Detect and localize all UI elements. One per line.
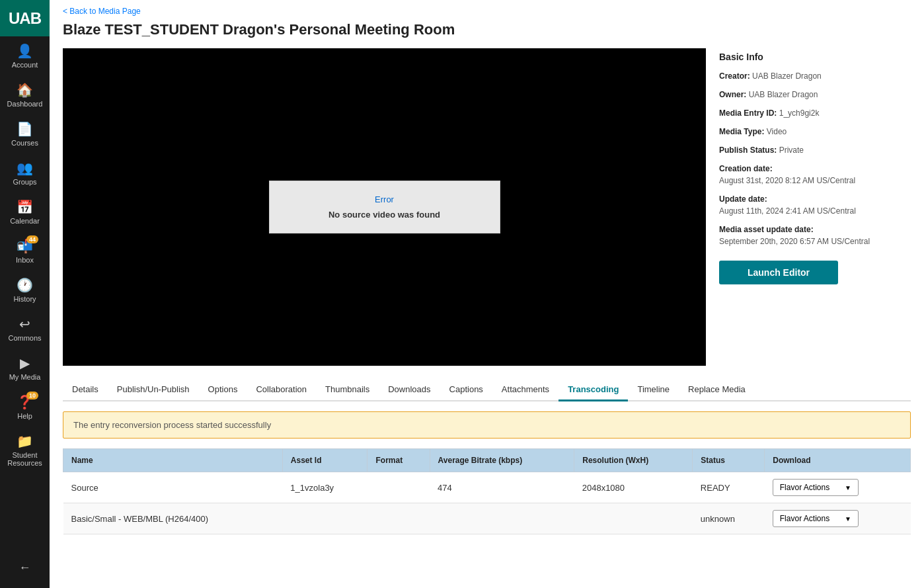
groups-icon: 👥 [17,160,33,176]
col-status: Status [693,449,765,472]
sidebar-item-label: Dashboard [7,100,43,108]
tab-publish-unpublish[interactable]: Publish/Un-Publish [108,379,199,401]
owner-value: UAB Blazer Dragon [749,90,818,99]
cell-download: Flavor Actions ▼ [765,472,911,503]
sidebar-item-history[interactable]: 🕐 History [0,271,50,310]
tab-thumbnails[interactable]: Thumbnails [316,379,379,401]
calendar-icon: 📅 [17,199,33,215]
sidebar-item-inbox[interactable]: 📬 44 Inbox [0,231,50,271]
error-message: No source video was found [296,210,473,220]
sidebar-item-calendar[interactable]: 📅 Calendar [0,192,50,231]
cell-download: Flavor Actions ▼ [765,503,911,534]
update-date-value: August 11th, 2024 2:41 AM US/Central [719,206,856,216]
owner-label: Owner: [719,90,746,99]
sidebar-item-my-media[interactable]: ▶ My Media [0,349,50,388]
flavor-actions-button[interactable]: Flavor Actions ▼ [773,479,859,496]
sidebar-item-student-resources[interactable]: 📁 Student Resources [0,427,50,474]
transcoding-table: Name Asset Id Format Average Bitrate (kb… [63,448,911,534]
tab-transcoding[interactable]: Transcoding [558,379,628,401]
success-message: The entry reconversion process started s… [63,411,911,439]
tab-options[interactable]: Options [199,379,247,401]
flavor-actions-button[interactable]: Flavor Actions ▼ [773,510,859,527]
media-asset-date-row: Media asset update date: September 20th,… [719,224,911,247]
cell-name: Source [63,472,283,503]
error-overlay: Error No source video was found [269,181,500,233]
sidebar-item-label: Commons [8,334,41,342]
owner-row: Owner: UAB Blazer Dragon [719,89,911,101]
entry-id-row: Media Entry ID: 1_ych9gi2k [719,107,911,119]
sidebar-item-label: Inbox [16,256,34,264]
flavor-actions-label: Flavor Actions [780,483,829,492]
help-icon: ❓ 10 [17,394,33,410]
creator-value: UAB Blazer Dragon [752,71,822,81]
cell-avg-bitrate [430,503,574,534]
success-message-text: The entry reconversion process started s… [73,420,271,430]
cell-status: READY [693,472,765,503]
sidebar-item-courses[interactable]: 📄 Courses [0,114,50,153]
media-asset-date-value: September 20th, 2020 6:57 AM US/Central [719,237,870,246]
col-format: Format [367,449,430,472]
cell-status: unknown [693,503,765,534]
entry-id-label: Media Entry ID: [719,108,777,118]
tab-captions[interactable]: Captions [440,379,492,401]
cell-resolution [574,503,693,534]
account-icon: 👤 [17,43,33,59]
sidebar-item-label: My Media [9,373,41,381]
sidebar: UAB 👤 Account 🏠 Dashboard 📄 Courses 👥 Gr… [0,0,50,588]
inbox-icon: 📬 44 [17,238,33,254]
sidebar-bottom: ← [0,561,50,575]
cell-format [367,503,430,534]
dropdown-arrow-icon: ▼ [845,484,851,491]
sidebar-item-groups[interactable]: 👥 Groups [0,153,50,192]
publish-status-label: Publish Status: [719,146,777,155]
logo: UAB [0,0,50,36]
media-type-value: Video [767,127,787,136]
tab-downloads[interactable]: Downloads [379,379,440,401]
creator-row: Creator: UAB Blazer Dragon [719,70,911,82]
flavor-actions-label: Flavor Actions [780,514,829,523]
student-resources-icon: 📁 [17,433,33,449]
back-link[interactable]: Back to Media Page [63,7,911,16]
inbox-badge: 44 [26,235,38,243]
publish-status-value: Private [779,146,804,155]
sidebar-item-account[interactable]: 👤 Account [0,36,50,75]
cell-resolution: 2048x1080 [574,472,693,503]
sidebar-item-label: Courses [11,139,38,147]
history-icon: 🕐 [17,277,33,293]
sidebar-item-label: Groups [13,178,36,186]
courses-icon: 📄 [17,121,33,137]
sidebar-item-dashboard[interactable]: 🏠 Dashboard [0,75,50,114]
sidebar-item-label: History [13,295,36,303]
col-asset-id: Asset Id [282,449,367,472]
media-asset-date-label: Media asset update date: [719,225,814,234]
sidebar-item-commons[interactable]: ↩ Commons [0,310,50,349]
logo-text: UAB [9,9,41,28]
update-date-label: Update date: [719,194,767,204]
tab-details[interactable]: Details [63,379,108,401]
sidebar-item-label: Account [12,61,38,69]
my-media-icon: ▶ [20,355,30,371]
table-header-row: Name Asset Id Format Average Bitrate (kb… [63,449,911,472]
tab-attachments[interactable]: Attachments [492,379,558,401]
launch-editor-button[interactable]: Launch Editor [719,261,838,284]
tabs-bar: Details Publish/Un-Publish Options Colla… [63,379,911,401]
creator-label: Creator: [719,71,750,81]
dropdown-arrow-icon: ▼ [845,515,851,523]
cell-asset-id [282,503,367,534]
collapse-sidebar-button[interactable]: ← [19,561,31,575]
video-player: Error No source video was found [63,48,706,366]
tab-collaboration[interactable]: Collaboration [247,379,316,401]
tab-replace-media[interactable]: Replace Media [679,379,755,401]
sidebar-item-help[interactable]: ❓ 10 Help [0,388,50,427]
tab-timeline[interactable]: Timeline [628,379,679,401]
error-title: Error [296,194,473,204]
creation-date-label: Creation date: [719,164,773,173]
col-name: Name [63,449,283,472]
cell-format [367,472,430,503]
col-download: Download [765,449,911,472]
cell-name: Basic/Small - WEB/MBL (H264/400) [63,503,283,534]
sidebar-item-label: Calendar [10,217,40,225]
dashboard-icon: 🏠 [17,82,33,98]
commons-icon: ↩ [19,316,30,332]
entry-id-value: 1_ych9gi2k [779,108,820,118]
